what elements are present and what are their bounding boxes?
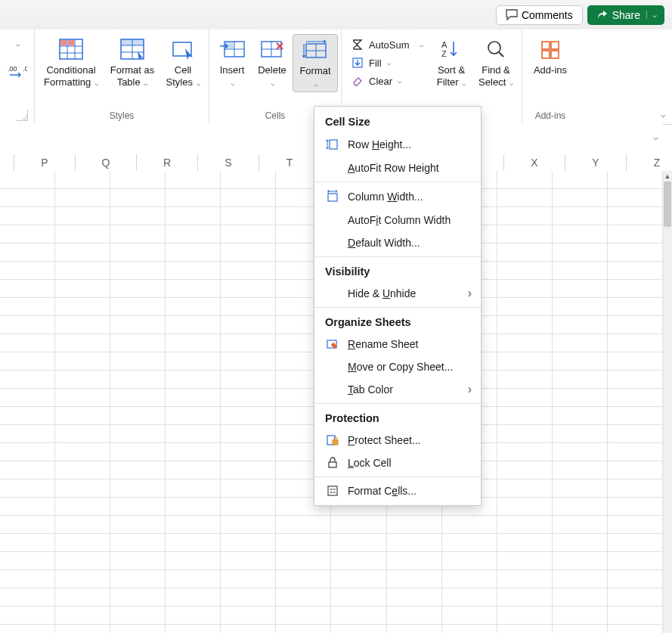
cell[interactable] (607, 189, 662, 207)
cell[interactable] (110, 262, 166, 280)
cell[interactable] (386, 534, 441, 552)
cell[interactable] (331, 534, 386, 552)
cell[interactable] (441, 588, 497, 607)
cell[interactable] (55, 225, 110, 244)
expand-formula-bar-icon[interactable]: ⌵ (653, 132, 658, 142)
cell[interactable] (0, 625, 55, 634)
cell[interactable] (110, 244, 166, 262)
cell[interactable] (607, 552, 662, 570)
cell[interactable] (0, 334, 55, 352)
cell[interactable] (552, 371, 607, 389)
cell[interactable] (441, 534, 497, 552)
cell[interactable] (55, 552, 110, 570)
cell[interactable] (0, 516, 55, 534)
cell[interactable] (166, 352, 221, 371)
cell[interactable] (607, 461, 662, 479)
menu-tab-color[interactable]: Tab Color (314, 378, 481, 401)
cell[interactable] (497, 189, 552, 207)
cell[interactable] (166, 225, 221, 244)
cell[interactable] (497, 334, 552, 352)
cell[interactable] (441, 552, 497, 570)
cell[interactable] (55, 316, 110, 334)
cell[interactable] (166, 588, 221, 607)
cell[interactable] (110, 407, 166, 425)
cell[interactable] (0, 316, 55, 334)
cell[interactable] (497, 625, 552, 634)
cell[interactable] (166, 244, 221, 262)
cell[interactable] (497, 207, 552, 225)
column-header[interactable]: X (504, 154, 565, 171)
cell[interactable] (552, 498, 607, 516)
cell[interactable] (110, 570, 166, 588)
number-format-caret[interactable]: ⌵ (5, 34, 29, 54)
cell[interactable] (0, 570, 55, 588)
cell[interactable] (166, 516, 221, 534)
cell[interactable] (0, 280, 55, 298)
cell[interactable] (110, 225, 166, 244)
cell[interactable] (552, 407, 607, 425)
cell[interactable] (386, 588, 441, 607)
cell[interactable] (221, 262, 276, 280)
cell[interactable] (497, 280, 552, 298)
menu-rename-sheet[interactable]: Rename Sheet (314, 333, 481, 355)
cell[interactable] (552, 479, 607, 498)
cell[interactable] (497, 407, 552, 425)
cell[interactable] (55, 207, 110, 225)
cell[interactable] (166, 443, 221, 461)
menu-move-copy-sheet[interactable]: Move or Copy Sheet... (314, 355, 481, 378)
cell[interactable] (221, 498, 276, 516)
cell[interactable] (607, 479, 662, 498)
cell[interactable] (607, 171, 662, 189)
menu-format-cells[interactable]: Format Cells... (314, 479, 481, 502)
cell[interactable] (0, 607, 55, 625)
cell[interactable] (55, 334, 110, 352)
comments-button[interactable]: Comments (496, 5, 583, 25)
menu-protect-sheet[interactable]: Protect Sheet... (314, 429, 481, 451)
cell[interactable] (110, 280, 166, 298)
format-as-table-button[interactable]: Format as Table ⌵ (104, 34, 160, 91)
cell[interactable] (497, 479, 552, 498)
insert-button[interactable]: Insert⌵ (212, 34, 252, 91)
cell[interactable] (0, 262, 55, 280)
cell[interactable] (110, 443, 166, 461)
cell[interactable] (552, 334, 607, 352)
cell[interactable] (497, 316, 552, 334)
cell[interactable] (552, 298, 607, 316)
cell[interactable] (221, 534, 276, 552)
cell[interactable] (166, 371, 221, 389)
cell[interactable] (331, 625, 386, 634)
cell[interactable] (166, 189, 221, 207)
cell[interactable] (276, 534, 331, 552)
cell[interactable] (221, 244, 276, 262)
cell[interactable] (276, 570, 331, 588)
cell[interactable] (110, 352, 166, 371)
cell[interactable] (607, 280, 662, 298)
cell[interactable] (221, 316, 276, 334)
cell[interactable] (166, 570, 221, 588)
cell[interactable] (607, 625, 662, 634)
cell[interactable] (607, 607, 662, 625)
column-header[interactable]: Q (76, 154, 137, 171)
sort-filter-button[interactable]: AZ Sort & Filter ⌵ (429, 34, 473, 91)
conditional-formatting-button[interactable]: Conditional Formatting ⌵ (38, 34, 104, 91)
cell[interactable] (221, 588, 276, 607)
cell[interactable] (552, 389, 607, 407)
cell[interactable] (607, 244, 662, 262)
cell[interactable] (55, 352, 110, 371)
cell[interactable] (552, 171, 607, 189)
cell[interactable] (497, 262, 552, 280)
cell[interactable] (276, 552, 331, 570)
cell[interactable] (607, 316, 662, 334)
cell[interactable] (110, 171, 166, 189)
cell[interactable] (55, 516, 110, 534)
cell[interactable] (0, 189, 55, 207)
cell[interactable] (55, 498, 110, 516)
cell[interactable] (166, 262, 221, 280)
cell[interactable] (55, 298, 110, 316)
fill-button[interactable]: Fill ⌵ (348, 54, 426, 72)
cell[interactable] (166, 389, 221, 407)
cell[interactable] (607, 334, 662, 352)
menu-hide-unhide[interactable]: Hide & Unhide (314, 282, 481, 305)
cell[interactable] (386, 570, 441, 588)
cell[interactable] (110, 189, 166, 207)
